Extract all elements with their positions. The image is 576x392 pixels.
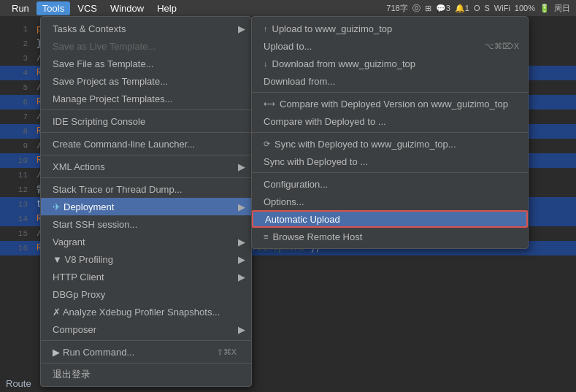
submenu-options[interactable]: Options... (252, 193, 528, 210)
submenu-download-from-server[interactable]: ↓ Download from www_guizimo_top (252, 55, 528, 72)
upload-icon: ↑ (264, 24, 268, 33)
separator-2 (41, 132, 251, 133)
menu-item-run-command[interactable]: ▶ Run Command... ⇧⌘X (41, 343, 251, 361)
menu-item-http-client[interactable]: HTTP Client ▶ (41, 268, 251, 285)
submenu-arrow-http: ▶ (238, 272, 245, 283)
menu-item-xdebug[interactable]: ✗ Analyze Xdebug Profiler Snapshots... (41, 303, 251, 320)
submenu-sync[interactable]: Sync with Deployed to ... (252, 153, 528, 170)
separator-3 (41, 155, 251, 155)
tools-dropdown-menu: Tasks & Contexts ▶ Save as Live Template… (40, 16, 252, 387)
menubar-tools[interactable]: Tools (37, 1, 70, 15)
submenu-download-from[interactable]: Download from... (252, 72, 528, 90)
menu-item-cmdline[interactable]: Create Command-line Launcher... (41, 135, 251, 153)
submenu-arrow-v8: ▶ (238, 254, 245, 265)
separator-4 (41, 177, 251, 178)
menubar: Run Tools VCS Window Help 718字 ⓪ ⊞ 💬3 🔔1… (0, 0, 576, 16)
menubar-right-info: 718字 ⓪ ⊞ 💬3 🔔1 O S WiFi 100% 🔋 周日 (386, 3, 570, 14)
menu-item-save-project[interactable]: Save Project as Template... (41, 72, 251, 90)
submenu-sep-3 (252, 172, 528, 173)
submenu-arrow-vagrant: ▶ (238, 237, 245, 247)
submenu-configuration[interactable]: Configuration... (252, 175, 528, 193)
menu-item-vagrant[interactable]: Vagrant ▶ (41, 233, 251, 250)
submenu-arrow-deployment: ▶ (238, 201, 245, 212)
menu-item-ide-scripting[interactable]: IDE Scripting Console (41, 112, 251, 130)
download-icon: ↓ (264, 59, 268, 68)
submenu-sep-2 (252, 132, 528, 133)
menubar-vcs[interactable]: VCS (72, 1, 103, 15)
menu-item-logout[interactable]: 退出登录 (41, 366, 251, 383)
route-label: Route (6, 378, 31, 389)
submenu-sep-1 (252, 92, 528, 93)
menu-item-save-live: Save as Live Template... (41, 37, 251, 55)
menu-item-ssh[interactable]: Start SSH session... (41, 215, 251, 233)
submenu-sync-server[interactable]: ⟳ Sync with Deployed to www_guizimo_top.… (252, 135, 528, 153)
menubar-window[interactable]: Window (104, 1, 150, 15)
submenu-browse-remote[interactable]: ≡ Browse Remote Host (252, 228, 528, 245)
submenu-arrow-tasks: ▶ (238, 23, 245, 34)
menu-item-composer[interactable]: Composer ▶ (41, 320, 251, 338)
menu-item-tasks[interactable]: Tasks & Contexts ▶ (41, 20, 251, 37)
menu-item-save-file[interactable]: Save File as Template... (41, 55, 251, 72)
menu-item-dbgp[interactable]: DBGp Proxy (41, 285, 251, 303)
sync-icon: ⟳ (264, 139, 270, 149)
separator-5 (41, 340, 251, 341)
submenu-arrow-composer: ▶ (238, 324, 245, 335)
submenu-arrow-xml: ▶ (238, 161, 245, 172)
submenu-upload-to[interactable]: Upload to... ⌥⌘⌦X (252, 37, 528, 55)
separator-6 (41, 363, 251, 364)
menu-item-deployment[interactable]: ✈ Deployment ▶ (41, 198, 251, 215)
submenu-upload-to-server[interactable]: ↑ Upload to www_guizimo_top (252, 20, 528, 37)
menubar-run[interactable]: Run (6, 1, 35, 15)
menubar-help[interactable]: Help (151, 1, 183, 15)
browse-icon: ≡ (264, 232, 268, 241)
deployment-submenu: ↑ Upload to www_guizimo_top Upload to...… (251, 16, 529, 249)
menu-item-xml-actions[interactable]: XML Actions ▶ (41, 158, 251, 175)
submenu-automatic-upload[interactable]: Automatic Upload (252, 210, 528, 228)
separator-1 (41, 109, 251, 110)
menu-item-v8-profiling[interactable]: ▼ V8 Profiling ▶ (41, 250, 251, 268)
deployment-icon: ✈ (53, 201, 61, 212)
menu-item-stack-trace[interactable]: Stack Trace or Thread Dump... (41, 180, 251, 198)
compare-icon: ⟷ (264, 99, 275, 109)
submenu-compare-deployed[interactable]: Compare with Deployed to ... (252, 112, 528, 130)
run-icon: ▶ (53, 347, 60, 358)
submenu-compare-deployed-server[interactable]: ⟷ Compare with Deployed Version on www_g… (252, 95, 528, 112)
menu-item-manage-templates[interactable]: Manage Project Templates... (41, 90, 251, 107)
